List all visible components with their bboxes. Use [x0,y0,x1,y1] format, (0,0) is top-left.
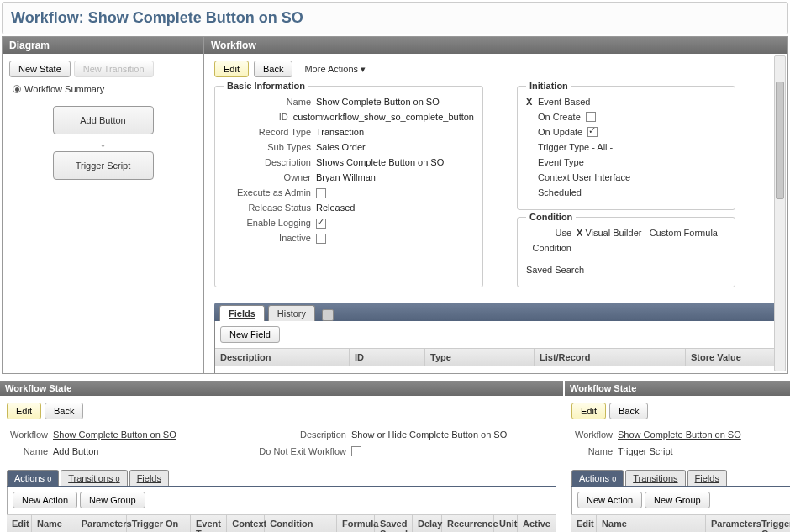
sr-wf-link[interactable]: Show Complete Button on SO [618,429,741,440]
sr-name-value: Trigger Script [618,446,673,456]
workflow-summary-radio[interactable]: Workflow Summary [13,84,197,94]
sl-name-value: Add Button [53,446,98,456]
event-based-label: Event Based [538,97,590,107]
diagram-node-add-button[interactable]: Add Button [53,106,154,134]
new-state-button[interactable]: New State [9,61,71,77]
sl-exit-label: Do Not Exit Workflow [259,446,351,456]
bi-name-value: Show Complete Button on SO [316,97,474,107]
sr-th-edit: Edit [571,515,597,532]
th-id: ID [350,349,425,366]
bi-rel-label: Release Status [224,203,316,213]
th-type: Type [425,349,535,366]
main-split: Diagram New State New Transition Workflo… [2,36,788,374]
sr-tab-fields[interactable]: Fields [687,470,727,486]
bi-name-label: Name [224,97,316,107]
workflow-summary-label: Workflow Summary [24,84,104,94]
sl-th-edit: Edit [7,515,32,532]
workflow-header: Workflow [204,37,787,54]
saved-search-label: Saved Search [526,265,584,275]
sl-th-rec: Recurrence [442,515,494,532]
sl-new-group-button[interactable]: New Group [80,492,145,508]
trigger-type-label: Trigger Type [538,142,589,152]
condition-label: Condition [526,243,577,253]
sl-tab-transitions[interactable]: Transitions 0 [61,470,127,486]
scrollbar-thumb[interactable] [776,82,784,199]
workflow-back-button[interactable]: Back [254,61,292,77]
sr-edit-button[interactable]: Edit [571,403,606,419]
sl-th-ctx: Context [227,515,265,532]
condition-legend: Condition [526,212,576,222]
scheduled-label: Scheduled [538,187,582,198]
context-label: Context [538,172,570,182]
initiation-legend: Initiation [526,81,571,91]
new-field-button[interactable]: New Field [220,326,280,343]
diagram-node-trigger-script[interactable]: Trigger Script [53,151,154,180]
bi-inact-label: Inactive [224,233,316,243]
workflow-edit-button[interactable]: Edit [214,61,249,77]
th-storevalue: Store Value [686,349,777,366]
sl-new-action-button[interactable]: New Action [13,492,77,508]
on-create-label: On Create [538,112,581,122]
inactive-checkbox[interactable] [316,234,326,244]
sl-th-name: Name [32,515,76,532]
enable-logging-checkbox[interactable] [316,219,326,229]
diagram-header: Diagram [3,37,203,54]
workflow-panel: Workflow Edit Back More Actions ▾ Basic … [204,37,787,373]
fields-history-tabs: Fields History [214,303,777,321]
new-transition-button: New Transition [74,61,154,77]
page-title: Workflow: Show Complete Button on SO [2,2,788,34]
sl-desc-label: Description [259,429,351,440]
bi-st-label: Sub Types [224,142,316,152]
bi-st-value: Sales Order [316,142,474,152]
sl-tab-actions[interactable]: Actions 0 [7,470,59,486]
scrollbar[interactable] [774,55,786,371]
th-listrecord: List/Record [535,349,686,366]
sr-tab-transitions[interactable]: Transitions [625,470,685,486]
sl-name-label: Name [7,446,53,456]
sr-th-params: Parameters [706,515,756,532]
tab-history[interactable]: History [268,305,315,321]
bi-own-label: Owner [224,172,316,182]
sl-th-formula: Formula [337,515,375,532]
bi-log-label: Enable Logging [224,218,316,228]
sl-wf-link[interactable]: Show Complete Button on SO [53,429,176,440]
state-right-header: Workflow State [565,381,790,396]
sr-new-action-button[interactable]: New Action [577,492,642,508]
sl-th-unit: Unit [494,515,518,532]
do-not-exit-checkbox[interactable] [351,446,361,456]
sr-wf-label: Workflow [571,429,618,440]
sl-th-ss: Saved Search [375,515,413,532]
on-update-checkbox[interactable] [587,127,598,137]
sr-tab-actions[interactable]: Actions 0 [571,470,624,486]
sr-back-button[interactable]: Back [609,403,648,419]
state-left-edit-button[interactable]: Edit [7,403,41,419]
sl-th-trig: Trigger On [127,515,191,532]
bi-id-label: ID [224,112,293,122]
sl-th-evt: Event Type [191,515,227,532]
use-label: Use [526,228,577,238]
execute-as-admin-checkbox[interactable] [316,188,326,198]
sl-desc-value: Show or Hide Complete Button on SO [351,429,507,440]
sl-th-cond: Condition [265,515,337,532]
arrow-down-icon: ↓ [9,136,197,150]
event-type-label: Event Type [538,157,584,167]
tab-fields[interactable]: Fields [219,305,265,321]
tab-expand-icon[interactable] [322,309,334,321]
sr-th-trig: Trigger On [756,515,790,532]
state-left-header: Workflow State [0,381,563,396]
use-visual-builder: Visual Builder [585,228,641,238]
state-left-back-button[interactable]: Back [45,403,83,419]
bi-desc-label: Description [224,157,316,167]
sl-th-params: Parameters [76,515,127,532]
more-actions-dropdown[interactable]: More Actions ▾ [304,64,366,75]
sl-wf-label: Workflow [7,429,53,440]
basic-info-legend: Basic Information [224,81,308,91]
bi-rel-value: Released [316,203,474,213]
use-custom-formula: Custom Formula [650,228,718,238]
sr-new-group-button[interactable]: New Group [645,492,710,508]
fields-empty-row: No records to show. [215,366,777,373]
trigger-type-value: - All - [592,142,613,152]
on-create-checkbox[interactable] [586,112,596,122]
bi-own-value: Bryan Willman [316,172,474,182]
sl-tab-fields[interactable]: Fields [129,470,169,486]
